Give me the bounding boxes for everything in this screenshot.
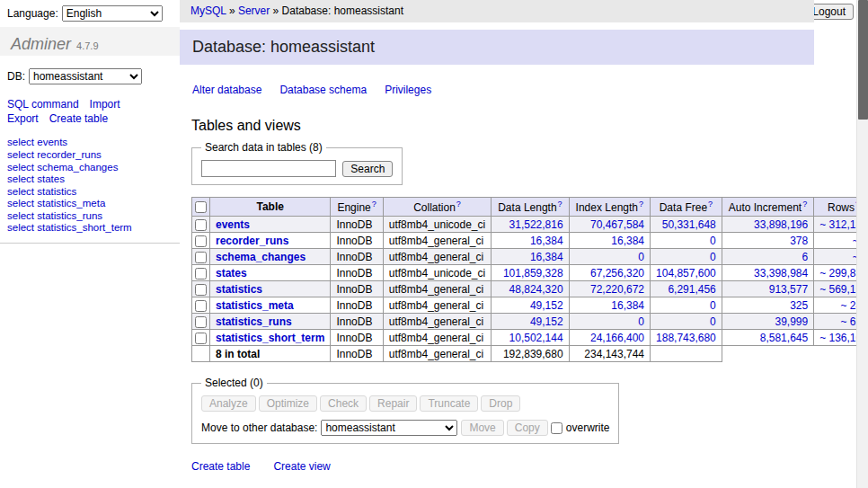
data-length-link[interactable]: 49,152: [530, 315, 563, 328]
sidebar-link[interactable]: Export: [7, 112, 39, 125]
auto-increment-link[interactable]: 378: [790, 235, 808, 247]
data-free-link[interactable]: 0: [710, 251, 716, 263]
data-length-link[interactable]: 48,824,320: [509, 283, 563, 296]
copy-button[interactable]: Copy: [507, 420, 548, 436]
auto-increment-link[interactable]: 33,898,196: [754, 218, 808, 231]
row-checkbox-cell: [192, 233, 210, 249]
table-name-link[interactable]: schema_changes: [216, 251, 306, 263]
auto-increment-link[interactable]: 8,581,645: [760, 332, 808, 344]
index-length-link[interactable]: 72,220,672: [590, 283, 644, 296]
index-length-link[interactable]: 70,467,584: [590, 218, 644, 231]
column-header: Data Free?: [651, 198, 722, 217]
auto-increment-link[interactable]: 913,577: [769, 283, 808, 296]
sidebar-table-link[interactable]: select events: [7, 137, 180, 149]
tables-header-row: TableEngine?Collation?Data Length?Index …: [192, 198, 868, 217]
move-db-select[interactable]: homeassistant: [321, 420, 457, 436]
sidebar-table-link[interactable]: select states: [7, 173, 180, 186]
sidebar-link[interactable]: Import: [90, 98, 120, 111]
scrollbar-thumb[interactable]: [858, 0, 868, 120]
data-length-link[interactable]: 101,859,328: [503, 267, 563, 279]
row-checkbox[interactable]: [195, 219, 207, 231]
data-free-link[interactable]: 0: [710, 235, 716, 247]
index-length-link[interactable]: 16,384: [611, 235, 644, 247]
index-length-link[interactable]: 0: [638, 251, 644, 263]
db-action-link[interactable]: Alter database: [192, 84, 261, 96]
sidebar-table-link[interactable]: select recorder_runs: [7, 149, 180, 162]
db-select[interactable]: homeassistant: [29, 68, 142, 84]
sidebar-table-link[interactable]: select statistics: [7, 186, 180, 199]
row-checkbox[interactable]: [195, 316, 207, 328]
sidebar-table-link[interactable]: select statistics_runs: [7, 210, 180, 223]
auto-increment-link[interactable]: 39,999: [775, 315, 808, 328]
data-free-link[interactable]: 0: [710, 299, 716, 312]
breadcrumb-item[interactable]: MySQL: [190, 4, 226, 17]
search-fieldset: Search data in tables (8) Search: [191, 141, 403, 185]
drop-button[interactable]: Drop: [481, 395, 520, 412]
row-checkbox[interactable]: [195, 284, 207, 296]
data-free-link[interactable]: 0: [710, 315, 716, 328]
data-length-link[interactable]: 10,502,144: [509, 332, 563, 344]
optimize-button[interactable]: Optimize: [259, 395, 317, 412]
auto-increment-link[interactable]: 33,398,984: [754, 267, 808, 279]
data-length-link[interactable]: 49,152: [530, 299, 563, 312]
sidebar-link[interactable]: Create table: [49, 112, 108, 125]
db-action-link[interactable]: Database schema: [279, 84, 367, 96]
help-icon[interactable]: ?: [639, 200, 643, 209]
table-name-link[interactable]: states: [216, 267, 247, 279]
data-length-cell: 16,384: [492, 249, 569, 265]
data-length-link[interactable]: 31,522,816: [509, 218, 563, 231]
table-name-link[interactable]: statistics_runs: [216, 315, 292, 328]
row-checkbox[interactable]: [195, 333, 207, 344]
help-icon[interactable]: ?: [456, 200, 461, 209]
vertical-scrollbar[interactable]: [856, 0, 868, 488]
table-name-link[interactable]: recorder_runs: [216, 235, 288, 247]
language-select[interactable]: English: [62, 5, 163, 22]
index-length-link[interactable]: 67,256,320: [590, 267, 644, 279]
truncate-button[interactable]: Truncate: [420, 395, 478, 412]
create-link[interactable]: Create view: [273, 460, 330, 473]
help-icon[interactable]: ?: [708, 200, 713, 209]
engine-cell: InnoDB: [331, 265, 383, 281]
row-checkbox[interactable]: [195, 235, 207, 247]
move-button[interactable]: Move: [461, 420, 503, 436]
data-free-link[interactable]: 188,743,680: [656, 332, 716, 344]
data-free-link[interactable]: 6,291,456: [668, 283, 715, 296]
create-link[interactable]: Create table: [191, 460, 250, 473]
row-checkbox[interactable]: [195, 252, 207, 263]
data-free-link[interactable]: 104,857,600: [656, 267, 716, 279]
auto-increment-link[interactable]: 325: [790, 299, 808, 312]
tables-overview: TableEngine?Collation?Data Length?Index …: [191, 197, 868, 362]
collation-cell: utf8mb4_general_ci: [383, 297, 491, 314]
total-empty-cell: [192, 346, 210, 362]
index-length-cell: 16,384: [569, 233, 650, 249]
data-length-link[interactable]: 16,384: [530, 235, 563, 247]
index-length-link[interactable]: 16,384: [611, 299, 644, 312]
table-name-link[interactable]: statistics_short_term: [216, 332, 324, 344]
db-action-link[interactable]: Privileges: [385, 84, 431, 96]
search-input[interactable]: [201, 160, 336, 177]
search-button[interactable]: Search: [342, 161, 393, 177]
row-checkbox[interactable]: [195, 268, 207, 279]
sidebar-link[interactable]: SQL command: [7, 98, 79, 111]
row-checkbox[interactable]: [195, 300, 207, 312]
sidebar-table-link[interactable]: select statistics_short_term: [7, 222, 180, 235]
index-length-link[interactable]: 0: [638, 315, 644, 328]
auto-increment-link[interactable]: 6: [802, 251, 808, 263]
repair-button[interactable]: Repair: [369, 395, 417, 412]
table-name-link[interactable]: events: [216, 218, 250, 231]
table-name-link[interactable]: statistics_meta: [216, 299, 294, 312]
overwrite-checkbox[interactable]: [551, 422, 562, 434]
breadcrumb-item[interactable]: Server: [238, 4, 270, 17]
help-icon[interactable]: ?: [558, 200, 562, 209]
help-icon[interactable]: ?: [802, 200, 807, 209]
sidebar-table-link[interactable]: select schema_changes: [7, 162, 180, 174]
check-button[interactable]: Check: [320, 395, 367, 412]
table-name-link[interactable]: statistics: [216, 283, 262, 296]
analyze-button[interactable]: Analyze: [201, 395, 256, 412]
index-length-link[interactable]: 24,166,400: [590, 332, 644, 344]
sidebar-table-link[interactable]: select statistics_meta: [7, 198, 180, 210]
data-length-link[interactable]: 16,384: [530, 251, 563, 263]
select-all-checkbox[interactable]: [195, 201, 207, 213]
data-free-link[interactable]: 50,331,648: [662, 218, 716, 231]
help-icon[interactable]: ?: [372, 200, 376, 209]
